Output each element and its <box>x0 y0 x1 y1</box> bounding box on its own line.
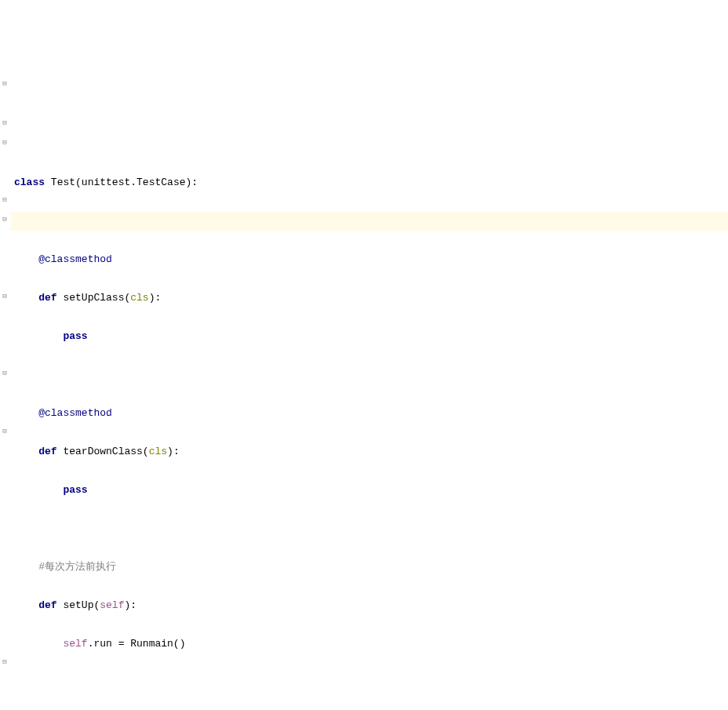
keyword: pass <box>63 484 87 496</box>
fold-marker-icon[interactable]: ⊟ <box>2 140 8 146</box>
fold-marker-icon[interactable]: ⊟ <box>2 370 8 377</box>
keyword: def <box>38 599 56 611</box>
code-line[interactable] <box>11 673 728 693</box>
base-class: unittest.TestCase <box>82 177 186 188</box>
code-line[interactable]: @classmethod <box>11 250 728 270</box>
code-line[interactable]: def setUp(self): <box>11 596 728 616</box>
fold-marker-icon[interactable]: ⊟ <box>2 428 8 435</box>
class-name: Test <box>51 177 75 188</box>
code-content[interactable]: class Test(unittest.TestCase): @classmet… <box>11 154 728 710</box>
code-line[interactable]: #每次方法前执行 <box>11 558 728 577</box>
fold-gutter: ⊟ ⊟ ⊟ ⊟ ⊟ ⊟ ⊟ ⊟ ⊟ <box>0 77 9 710</box>
code-line[interactable]: class Test(unittest.TestCase): <box>11 173 728 193</box>
code-line[interactable]: @classmethod <box>11 404 728 424</box>
function-name: tearDownClass <box>63 446 142 457</box>
code-line[interactable] <box>11 366 728 385</box>
function-name: setUp <box>63 599 93 611</box>
comment: #每次方法前执行 <box>38 561 116 573</box>
self-param: self <box>100 599 124 611</box>
self-ref: self <box>63 638 87 650</box>
keyword: def <box>38 446 56 457</box>
fold-marker-icon[interactable]: ⊟ <box>2 197 8 203</box>
code-line[interactable]: pass <box>11 327 728 347</box>
punct: ( <box>75 177 82 188</box>
parameter: cls <box>130 292 148 304</box>
parameter: cls <box>149 446 167 457</box>
code-line[interactable] <box>11 519 728 539</box>
fold-marker-icon[interactable]: ⊟ <box>2 217 8 223</box>
fold-marker-icon[interactable]: ⊟ <box>2 81 8 87</box>
decorator: @classmethod <box>38 253 112 265</box>
function-name: setUpClass <box>63 292 124 304</box>
fold-marker-icon[interactable]: ⊟ <box>2 659 8 665</box>
punct: ): <box>185 177 198 188</box>
keyword: def <box>38 292 56 304</box>
fold-marker-icon[interactable]: ⊟ <box>2 120 8 126</box>
keyword: pass <box>63 330 87 342</box>
fold-marker-icon[interactable]: ⊟ <box>2 293 8 300</box>
code-line[interactable]: pass <box>11 481 728 501</box>
code-line-highlighted[interactable] <box>11 212 728 231</box>
code-line[interactable]: def setUpClass(cls): <box>11 289 728 308</box>
decorator: @classmethod <box>38 407 112 419</box>
code-line[interactable]: def tearDownClass(cls): <box>11 442 728 462</box>
code-editor[interactable]: ⊟ ⊟ ⊟ ⊟ ⊟ ⊟ ⊟ ⊟ ⊟ class Test(unittest.Te… <box>0 77 728 710</box>
code-line[interactable]: self.run = Runmain() <box>11 635 728 654</box>
